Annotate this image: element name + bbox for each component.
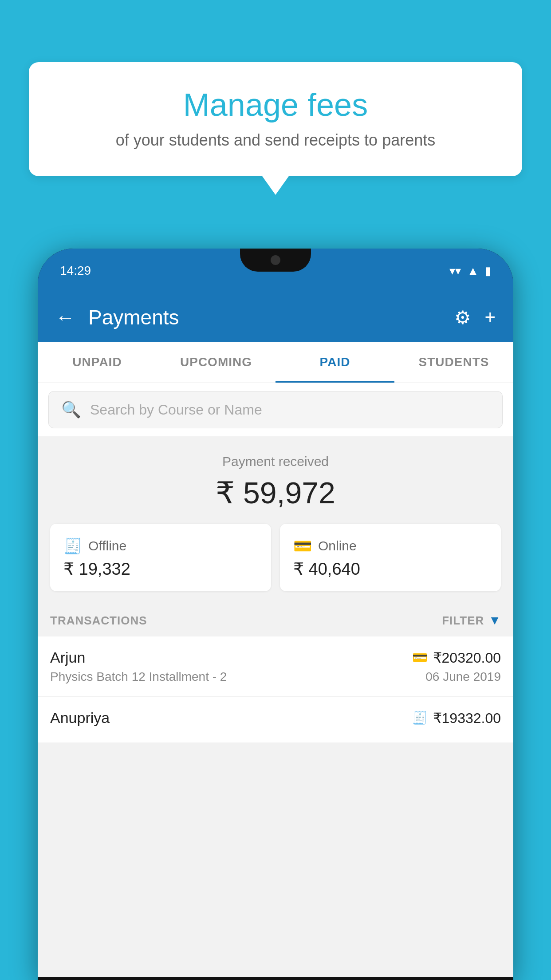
student-name: Arjun xyxy=(50,649,85,666)
filter-label: FILTER xyxy=(442,614,484,628)
payment-total-amount: ₹ 59,972 xyxy=(38,475,513,510)
filter-icon: ▼ xyxy=(488,613,501,628)
transaction-date: 06 June 2019 xyxy=(425,670,501,684)
speech-bubble: Manage fees of your students and send re… xyxy=(29,62,522,176)
sub-headline: of your students and send receipts to pa… xyxy=(60,131,491,150)
online-amount: ₹ 40,640 xyxy=(293,559,488,579)
phone-frame: 14:29 ▾▾ ▲ ▮ ← Payments ⚙ + UNPAID UPCOM… xyxy=(38,249,513,980)
status-bar: 14:29 ▾▾ ▲ ▮ xyxy=(38,249,513,293)
payment-summary: Payment received ₹ 59,972 xyxy=(38,436,513,524)
payment-cards: 🧾 Offline ₹ 19,332 💳 Online ₹ 40,640 xyxy=(38,524,513,605)
transaction-item[interactable]: Arjun 💳 ₹20320.00 Physics Batch 12 Insta… xyxy=(38,636,513,697)
offline-amount: ₹ 19,332 xyxy=(63,559,258,579)
offline-label: Offline xyxy=(88,538,126,553)
camera xyxy=(271,255,280,265)
transactions-label: TRANSACTIONS xyxy=(50,614,147,628)
cash-icon: 🧾 xyxy=(412,711,428,725)
header-title: Payments xyxy=(88,305,441,329)
app-header: ← Payments ⚙ + xyxy=(38,293,513,342)
phone-notch xyxy=(240,249,311,272)
tab-students[interactable]: STUDENTS xyxy=(394,342,513,383)
search-container: 🔍 Search by Course or Name xyxy=(38,383,513,436)
battery-icon: ▮ xyxy=(485,264,491,278)
search-icon: 🔍 xyxy=(61,400,81,419)
offline-icon: 🧾 xyxy=(63,537,82,555)
settings-icon[interactable]: ⚙ xyxy=(454,307,471,328)
search-bar[interactable]: 🔍 Search by Course or Name xyxy=(48,391,503,428)
transaction-amount: ₹20320.00 xyxy=(433,649,501,666)
card-icon: 💳 xyxy=(412,650,428,665)
offline-card: 🧾 Offline ₹ 19,332 xyxy=(50,524,271,591)
amount-row: 💳 ₹20320.00 xyxy=(412,649,501,666)
header-icons: ⚙ + xyxy=(454,307,496,328)
amount-row: 🧾 ₹19332.00 xyxy=(412,710,501,727)
payment-label: Payment received xyxy=(38,454,513,469)
signal-icon: ▲ xyxy=(467,264,479,278)
wifi-icon: ▾▾ xyxy=(449,264,461,278)
search-input[interactable]: Search by Course or Name xyxy=(90,402,262,418)
transactions-header: TRANSACTIONS FILTER ▼ xyxy=(38,605,513,636)
tab-paid[interactable]: PAID xyxy=(276,342,394,383)
filter-button[interactable]: FILTER ▼ xyxy=(442,613,501,628)
course-name: Physics Batch 12 Installment - 2 xyxy=(50,670,227,684)
online-card: 💳 Online ₹ 40,640 xyxy=(280,524,501,591)
add-icon[interactable]: + xyxy=(484,307,496,328)
student-name: Anupriya xyxy=(50,709,110,727)
main-content: 🔍 Search by Course or Name Payment recei… xyxy=(38,383,513,977)
tab-unpaid[interactable]: UNPAID xyxy=(38,342,157,383)
main-headline: Manage fees xyxy=(60,87,491,123)
tab-upcoming[interactable]: UPCOMING xyxy=(157,342,276,383)
online-label: Online xyxy=(318,538,357,553)
transaction-amount: ₹19332.00 xyxy=(433,710,501,727)
online-icon: 💳 xyxy=(293,537,312,555)
status-icons: ▾▾ ▲ ▮ xyxy=(449,264,491,278)
back-button[interactable]: ← xyxy=(55,306,75,328)
tabs-bar: UNPAID UPCOMING PAID STUDENTS xyxy=(38,342,513,383)
status-time: 14:29 xyxy=(60,264,91,278)
transaction-item[interactable]: Anupriya 🧾 ₹19332.00 xyxy=(38,697,513,743)
